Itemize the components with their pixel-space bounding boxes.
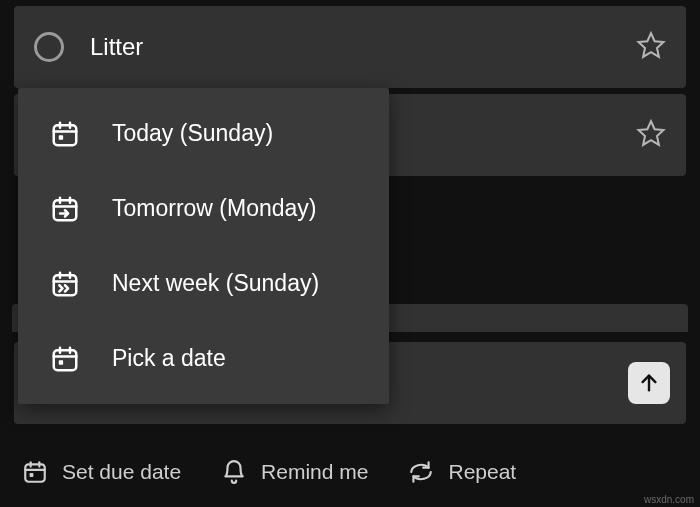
option-label: Next week (Sunday) bbox=[112, 270, 319, 297]
svg-rect-26 bbox=[59, 360, 63, 364]
toolbar-label: Remind me bbox=[261, 460, 368, 484]
task-checkbox[interactable] bbox=[34, 32, 64, 62]
due-date-popup: Today (Sunday) Tomorrow (Monday) Next we… bbox=[18, 88, 389, 404]
svg-rect-22 bbox=[54, 350, 77, 370]
toolbar: Set due date Remind me Repeat bbox=[14, 437, 686, 507]
option-label: Pick a date bbox=[112, 345, 226, 372]
remind-me-button[interactable]: Remind me bbox=[221, 459, 408, 485]
svg-rect-8 bbox=[54, 125, 77, 145]
calendar-tomorrow-icon bbox=[50, 194, 80, 224]
option-label: Tomorrow (Monday) bbox=[112, 195, 317, 222]
option-label: Today (Sunday) bbox=[112, 120, 273, 147]
star-icon[interactable] bbox=[636, 30, 666, 64]
bell-icon bbox=[221, 459, 247, 485]
task-title: Litter bbox=[90, 33, 636, 61]
repeat-icon bbox=[408, 459, 434, 485]
calendar-next-week-icon bbox=[50, 269, 80, 299]
watermark: wsxdn.com bbox=[644, 494, 694, 505]
repeat-button[interactable]: Repeat bbox=[408, 459, 556, 485]
set-due-date-button[interactable]: Set due date bbox=[22, 459, 221, 485]
calendar-today-icon bbox=[50, 119, 80, 149]
due-today-option[interactable]: Today (Sunday) bbox=[18, 96, 389, 171]
svg-rect-3 bbox=[25, 464, 45, 481]
due-next-week-option[interactable]: Next week (Sunday) bbox=[18, 246, 389, 321]
submit-button[interactable] bbox=[628, 362, 670, 404]
task-row[interactable]: Litter bbox=[14, 6, 686, 88]
toolbar-label: Set due date bbox=[62, 460, 181, 484]
calendar-icon bbox=[22, 459, 48, 485]
svg-rect-12 bbox=[59, 135, 63, 139]
svg-rect-7 bbox=[30, 473, 34, 477]
pick-date-option[interactable]: Pick a date bbox=[18, 321, 389, 396]
toolbar-label: Repeat bbox=[448, 460, 516, 484]
calendar-pick-icon bbox=[50, 344, 80, 374]
svg-marker-1 bbox=[639, 121, 664, 145]
due-tomorrow-option[interactable]: Tomorrow (Monday) bbox=[18, 171, 389, 246]
star-icon[interactable] bbox=[636, 118, 666, 152]
arrow-up-icon bbox=[638, 372, 660, 394]
svg-marker-0 bbox=[639, 33, 664, 57]
